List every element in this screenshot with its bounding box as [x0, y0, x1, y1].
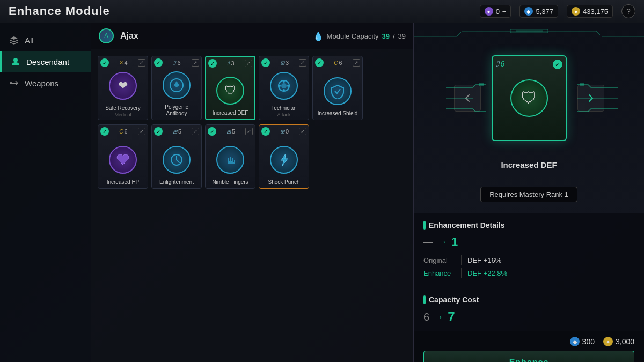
expand-icon: ⤢ — [245, 128, 253, 135]
module-area: A Ajax 💧 Module Capacity 39 / 39 ✓ — [91, 23, 413, 362]
module-card-enlightenment[interactable]: ✓ ⊞ 5 ⤢ Enlightenment — [151, 124, 202, 189]
rank-symbol: C — [119, 129, 123, 135]
prev-arrow-button[interactable] — [454, 85, 481, 112]
module-category: Medical — [114, 112, 131, 117]
content-area: All Descendant — [0, 23, 644, 362]
svg-rect-2 — [10, 82, 12, 84]
module-capacity: 💧 Module Capacity 39 / 39 — [313, 31, 406, 41]
module-name: Safe Recovery — [105, 105, 141, 112]
module-icon-bg — [163, 71, 191, 99]
page-title: Enhance Module — [9, 4, 110, 18]
capacity-icon: 💧 — [313, 31, 324, 41]
module-rank: ℐ 6 — [173, 60, 180, 66]
module-name: Increased DEF — [213, 110, 248, 116]
capacity-slash: / — [393, 32, 395, 40]
right-panel: ℐ 6 ✓ 🛡 Increased DEF Requires Mastery R… — [413, 23, 644, 362]
level-to: 1 — [451, 235, 458, 249]
svg-rect-11 — [510, 29, 548, 33]
module-card-increased-def[interactable]: ✓ ℐ 3 ⤢ 🛡 Increased DEF — [205, 56, 255, 120]
module-card-polygenic-antibody[interactable]: ✓ ℐ 6 ⤢ Polygenic Antibody — [151, 56, 202, 120]
module-rank: ℐ 3 — [227, 60, 234, 67]
expand-icon: ⤢ — [192, 59, 199, 67]
svg-point-0 — [13, 58, 18, 62]
rank-value: 6 — [177, 60, 180, 66]
module-rank: × 4 — [119, 59, 127, 67]
sidebar-descendant-label: Descendant — [26, 57, 69, 67]
module-card-increased-shield[interactable]: ✓ C 6 ⤢ Increased Shield — [312, 56, 363, 120]
cost-item-2: ● 3,000 — [603, 337, 634, 346]
check-icon: ✓ — [315, 58, 324, 67]
module-name: Shock Punch — [268, 179, 300, 186]
module-icon-area — [107, 144, 139, 176]
cost-item-1: ◆ 300 — [570, 337, 595, 346]
currency-item-2: ◆ 5,377 — [519, 5, 558, 18]
expand-icon: ⤢ — [245, 60, 252, 67]
module-card-shock-punch[interactable]: ✓ ⊞ 0 ⤢ Shock Punch — [259, 124, 309, 189]
module-card-safe-recovery[interactable]: ✓ × 4 ⤢ ❤ Safe Recovery Medical — [98, 56, 148, 120]
next-arrow-button[interactable] — [577, 85, 604, 112]
capacity-to: 7 — [448, 309, 455, 324]
currency-item-1: ● 0 + — [480, 5, 511, 18]
sidebar-all-label: All — [25, 36, 34, 45]
rank-symbol: C — [334, 60, 338, 66]
character-name: Ajax — [120, 31, 138, 41]
svg-rect-12 — [516, 30, 543, 32]
weapons-icon — [9, 78, 19, 88]
check-icon: ✓ — [208, 127, 216, 136]
rank-symbol: ⊞ — [280, 60, 284, 66]
capacity-from: 6 — [423, 311, 429, 323]
sidebar-item-weapons[interactable]: Weapons — [0, 72, 91, 94]
module-rank: ⊞ 0 — [280, 128, 289, 135]
capacity-section: Capacity Cost 6 → 7 — [414, 289, 644, 331]
module-card-increased-hp[interactable]: ✓ C 6 ⤢ Increased HP — [98, 124, 148, 189]
layers-icon — [9, 35, 19, 46]
module-icon-bg — [270, 146, 298, 174]
stat-divider-2 — [461, 268, 462, 278]
rank-symbol: ⊞ — [280, 129, 284, 135]
circuit-decoration — [414, 28, 644, 45]
currency-icon-gold: ● — [572, 7, 580, 16]
enhance-button[interactable]: Enhance — [423, 351, 634, 362]
rank-symbol: ⊞ — [226, 129, 231, 135]
module-icon-bg — [270, 72, 298, 100]
rank-number: 6 — [501, 60, 505, 68]
expand-icon: ⤢ — [138, 128, 145, 135]
cost-amount-2: 3,000 — [616, 337, 634, 346]
rank-value: 6 — [125, 128, 128, 135]
module-card-technician[interactable]: ✓ ⊞ 3 ⤢ Technician — [259, 56, 309, 120]
module-icon-bg: ❤ — [109, 72, 137, 100]
module-icon-bg — [109, 146, 137, 174]
enhancement-section-title: Enhancement Details — [423, 221, 634, 230]
currency-item-3: ● 433,175 — [567, 5, 613, 18]
sidebar-item-descendant[interactable]: Descendant — [0, 51, 91, 72]
module-icon-bg: 🛡 — [216, 77, 244, 105]
help-button[interactable]: ? — [621, 4, 635, 18]
module-icon-area: ❤ — [107, 70, 139, 102]
mastery-badge: Requires Mastery Rank 1 — [480, 187, 577, 202]
module-grid: ✓ × 4 ⤢ ❤ Safe Recovery Medical — [91, 49, 413, 362]
check-icon: ✓ — [100, 58, 109, 67]
module-icon-area — [160, 144, 193, 176]
module-rank: ⊞ 3 — [280, 60, 289, 66]
module-name: Enlightenment — [159, 179, 194, 186]
check-icon: ✓ — [261, 127, 270, 136]
check-icon: ✓ — [261, 58, 270, 67]
original-stat-row: Original DEF +16% — [423, 255, 634, 265]
currency-icon-purple: ● — [485, 7, 493, 16]
capacity-current: 39 — [382, 32, 389, 40]
capacity-section-title: Capacity Cost — [423, 295, 634, 304]
module-row-1: ✓ × 4 ⤢ ❤ Safe Recovery Medical — [98, 56, 407, 120]
rank-symbol: × — [119, 59, 123, 67]
preview-card-wrapper: ℐ 6 ✓ 🛡 — [492, 55, 567, 141]
module-card-nimble-fingers[interactable]: ✓ ⊞ 5 ⤢ Nimble Fingers — [205, 124, 255, 189]
rank-symbol: ℐ — [227, 61, 230, 67]
character-avatar: A — [99, 28, 114, 43]
module-icon-area — [160, 69, 193, 101]
enhancement-section: Enhancement Details — → 1 Original DEF +… — [414, 213, 644, 289]
preview-module-name: Increased DEF — [501, 160, 557, 169]
preview-card-container: ℐ 6 ✓ 🛡 — [454, 55, 604, 141]
currency-icon-blue: ◆ — [524, 7, 533, 16]
module-icon-area — [268, 70, 300, 102]
sidebar-item-all[interactable]: All — [0, 29, 91, 51]
module-icon-bg — [216, 146, 244, 174]
